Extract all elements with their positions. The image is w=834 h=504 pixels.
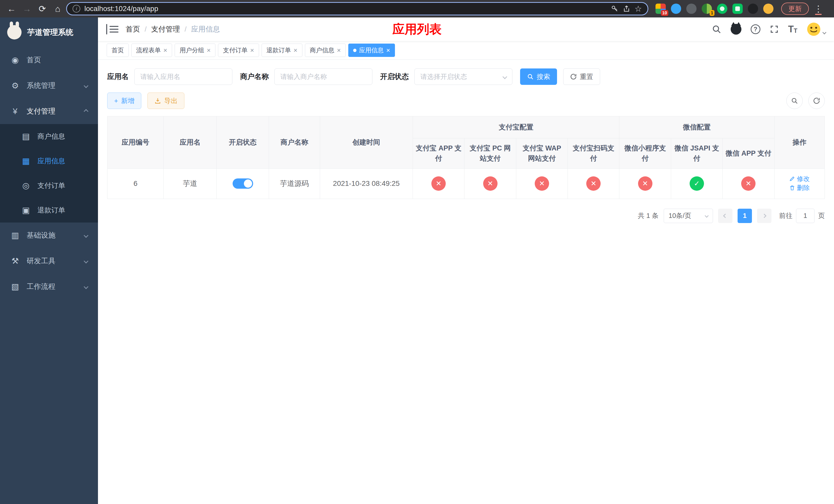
sidebar-collapse-icon[interactable]	[106, 24, 118, 35]
col-status: 开启状态	[216, 116, 269, 169]
sidebar-item-label: 首页	[27, 55, 41, 65]
sidebar-item-refund-order[interactable]: ▣ 退款订单	[0, 198, 98, 223]
fullscreen-icon[interactable]	[770, 25, 779, 34]
add-button[interactable]: + 新增	[107, 93, 141, 109]
close-icon[interactable]: ×	[337, 47, 341, 53]
tab-label: 首页	[112, 46, 124, 54]
extension-icon-face[interactable]	[763, 4, 773, 14]
table-row: 6 芋道 芋道源码 2021-10-23 08:49:25 ✕ ✕ ✕ ✕ ✕ …	[107, 168, 825, 199]
user-avatar[interactable]	[807, 22, 826, 37]
reset-button[interactable]: 重置	[563, 68, 600, 85]
col-alipay-wap: 支付宝 WAP 网站支付	[516, 138, 568, 168]
site-info-icon[interactable]: i	[72, 5, 80, 13]
chrome-update-button[interactable]: 更新	[781, 3, 809, 15]
app-name-input[interactable]	[134, 68, 232, 85]
grid-icon: ▦	[21, 156, 31, 166]
edit-link[interactable]: 修改	[789, 175, 810, 183]
chevron-down-icon	[822, 30, 827, 35]
tab-user-group[interactable]: 用户分组 ×	[175, 44, 215, 57]
col-wechat-jsapi: 微信 JSAPI 支付	[671, 138, 722, 168]
extension-icon-blue[interactable]	[671, 4, 681, 14]
close-icon[interactable]: ×	[163, 47, 167, 53]
alipay-qr-status-icon: ✕	[586, 176, 601, 191]
search-icon[interactable]	[712, 24, 721, 34]
search-form: 应用名 商户名称 开启状态 请选择开启状态 搜索	[107, 68, 825, 85]
sidebar-item-infrastructure[interactable]: ▥ 基础设施	[0, 223, 98, 248]
tab-pay-order[interactable]: 支付订单 ×	[218, 44, 259, 57]
tab-home[interactable]: 首页	[107, 44, 129, 57]
status-toggle[interactable]	[233, 178, 253, 189]
next-page-button[interactable]	[757, 209, 771, 223]
alipay-wap-status-icon: ✕	[535, 176, 549, 191]
tab-label: 退款订单	[266, 46, 291, 54]
prev-page-button[interactable]	[718, 209, 732, 223]
workflow-icon: ▧	[10, 282, 20, 292]
col-merchant: 商户名称	[269, 116, 320, 169]
extension-icon-gray[interactable]	[686, 4, 697, 14]
tab-label: 用户分组	[179, 46, 204, 54]
hide-search-button[interactable]	[786, 93, 803, 109]
extension-icon-wechat-dev[interactable]	[717, 4, 727, 14]
extension-icon-chat[interactable]	[732, 4, 743, 14]
forward-button[interactable]: →	[20, 2, 34, 16]
bookmark-star-icon[interactable]: ☆	[635, 5, 642, 13]
breadcrumb-payment[interactable]: 支付管理	[151, 24, 180, 34]
tab-process-form[interactable]: 流程表单 ×	[131, 44, 172, 57]
search-button[interactable]: 搜索	[520, 68, 557, 85]
sidebar-item-label: 商户信息	[38, 132, 65, 141]
merchant-name-input[interactable]	[275, 68, 372, 85]
sidebar-item-label: 系统管理	[27, 81, 56, 91]
github-icon[interactable]	[731, 24, 741, 35]
app-logo: 芋道管理系统	[0, 18, 98, 47]
sidebar-item-workflow[interactable]: ▧ 工作流程	[0, 274, 98, 299]
sidebar-item-payment[interactable]: ¥ 支付管理	[0, 98, 98, 124]
back-button[interactable]: ←	[5, 2, 19, 16]
home-button[interactable]: ⌂	[51, 2, 65, 16]
sidebar-item-label: 支付订单	[38, 181, 65, 190]
address-bar[interactable]: i localhost:1024/pay/app ☆	[66, 2, 648, 15]
sidebar-item-system[interactable]: ⚙ 系统管理	[0, 73, 98, 98]
sidebar: 芋道管理系统 ◉ 首页 ⚙ 系统管理 ¥ 支付管理 ▤ 商户信息	[0, 18, 98, 504]
font-size-icon[interactable]: TT	[788, 25, 797, 34]
refresh-button[interactable]	[808, 93, 825, 109]
tab-merchant-info[interactable]: 商户信息 ×	[305, 44, 346, 57]
close-icon[interactable]: ×	[294, 47, 298, 53]
main-content: 应用名 商户名称 开启状态 请选择开启状态 搜索	[98, 60, 834, 504]
close-icon[interactable]: ×	[386, 47, 390, 53]
chevron-left-icon	[723, 213, 728, 218]
delete-link[interactable]: 删除	[789, 184, 810, 192]
active-tab-dot	[353, 49, 356, 52]
col-wechat-app: 微信 APP 支付	[723, 138, 774, 168]
url-text[interactable]: localhost:1024/pay/app	[84, 5, 607, 13]
tab-app-info[interactable]: 应用信息 ×	[348, 44, 395, 57]
document-icon: ▣	[21, 205, 31, 215]
extension-icon-dark[interactable]	[748, 4, 758, 14]
chevron-down-icon	[84, 83, 88, 88]
password-key-icon[interactable]	[611, 5, 619, 13]
sidebar-item-label: 退款订单	[38, 206, 65, 215]
tab-refund-order[interactable]: 退款订单 ×	[262, 44, 302, 57]
extension-icon-grid[interactable]: 10	[656, 4, 666, 14]
browser-menu-icon[interactable]: ⋮	[813, 4, 824, 14]
goto-page-input[interactable]	[796, 209, 814, 223]
close-icon[interactable]: ×	[207, 47, 211, 53]
sidebar-item-app-info[interactable]: ▦ 应用信息	[0, 149, 98, 173]
close-icon[interactable]: ×	[250, 47, 254, 53]
sidebar-item-dev-tools[interactable]: ⚒ 研发工具	[0, 248, 98, 274]
breadcrumb-current: 应用信息	[191, 24, 220, 34]
breadcrumb-home[interactable]: 首页	[126, 24, 140, 34]
header-actions: ? TT	[712, 22, 826, 37]
extension-icon-green-ring[interactable]: 1	[702, 4, 712, 14]
cell-app-id: 6	[107, 168, 163, 199]
share-icon[interactable]	[623, 5, 630, 13]
sidebar-item-home[interactable]: ◉ 首页	[0, 47, 98, 73]
reload-button[interactable]: ⟳	[36, 2, 49, 16]
status-select[interactable]: 请选择开启状态	[414, 68, 512, 85]
sidebar-item-merchant-info[interactable]: ▤ 商户信息	[0, 124, 98, 149]
page-size-select[interactable]: 10条/页	[664, 209, 713, 223]
sidebar-item-pay-order[interactable]: ◎ 支付订单	[0, 173, 98, 198]
export-button[interactable]: 导出	[148, 93, 184, 109]
current-page-button[interactable]: 1	[738, 209, 752, 223]
help-icon[interactable]: ?	[751, 24, 761, 34]
chevron-right-icon	[762, 213, 767, 218]
